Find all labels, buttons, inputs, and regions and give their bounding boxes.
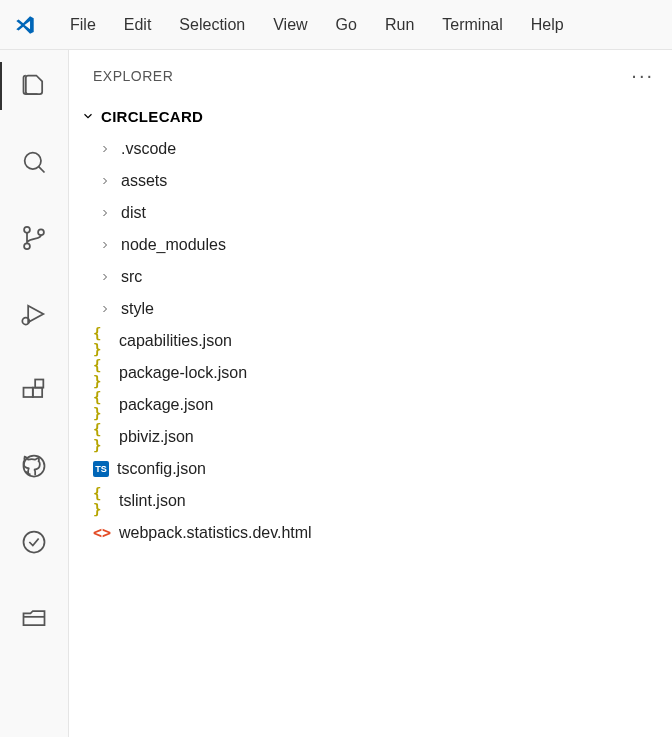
file-tree: .vscode assets dist node_modules src sty… [69,133,672,549]
svg-point-9 [24,532,45,553]
svg-rect-6 [33,388,42,397]
folder-icon [20,604,48,632]
chevron-right-icon [99,239,113,251]
folder-label: .vscode [121,140,176,158]
file-item[interactable]: { } package-lock.json [89,357,672,389]
folder-item[interactable]: node_modules [89,229,672,261]
file-item[interactable]: { } pbiviz.json [89,421,672,453]
menu-file[interactable]: File [56,10,110,40]
activity-folder[interactable] [0,594,68,642]
git-branch-icon [20,224,48,252]
file-item[interactable]: <> webpack.statistics.dev.html [89,517,672,549]
titlebar: File Edit Selection View Go Run Terminal… [0,0,672,50]
folder-item[interactable]: assets [89,165,672,197]
more-actions-icon[interactable]: ··· [631,64,654,87]
file-item[interactable]: { } package.json [89,389,672,421]
file-label: webpack.statistics.dev.html [119,524,312,542]
chevron-right-icon [99,271,113,283]
activity-extensions[interactable] [0,366,68,414]
file-label: tsconfig.json [117,460,206,478]
activity-explorer[interactable] [0,62,68,110]
task-icon [20,528,48,556]
vscode-logo-icon [14,14,36,36]
workspace-name: CIRCLECARD [101,108,203,125]
json-file-icon: { } [93,332,111,350]
file-label: package-lock.json [119,364,247,382]
folder-item[interactable]: .vscode [89,133,672,165]
chevron-right-icon [99,207,113,219]
menu-help[interactable]: Help [517,10,578,40]
file-item[interactable]: TS tsconfig.json [89,453,672,485]
folder-label: style [121,300,154,318]
file-label: capabilities.json [119,332,232,350]
search-icon [20,148,48,176]
file-item[interactable]: { } capabilities.json [89,325,672,357]
menu-bar: File Edit Selection View Go Run Terminal… [56,10,578,40]
activity-search[interactable] [0,138,68,186]
menu-go[interactable]: Go [322,10,371,40]
svg-point-0 [25,153,41,169]
folder-item[interactable]: dist [89,197,672,229]
activity-source-control[interactable] [0,214,68,262]
json-file-icon: { } [93,428,111,446]
html-file-icon: <> [93,524,111,542]
json-file-icon: { } [93,396,111,414]
svg-rect-7 [35,380,43,388]
activity-github[interactable] [0,442,68,490]
svg-point-2 [24,243,30,249]
sidebar-header: EXPLORER ··· [69,50,672,101]
chevron-right-icon [99,303,113,315]
menu-run[interactable]: Run [371,10,428,40]
svg-point-3 [38,229,44,235]
main-area: EXPLORER ··· CIRCLECARD .vscode assets d… [0,50,672,737]
svg-rect-5 [24,388,33,397]
activity-task[interactable] [0,518,68,566]
workspace-header[interactable]: CIRCLECARD [69,101,672,133]
file-item[interactable]: { } tslint.json [89,485,672,517]
sidebar-title: EXPLORER [93,68,173,84]
activity-run-debug[interactable] [0,290,68,338]
folder-label: dist [121,204,146,222]
menu-terminal[interactable]: Terminal [428,10,516,40]
ts-file-icon: TS [93,461,109,477]
svg-point-1 [24,227,30,233]
menu-edit[interactable]: Edit [110,10,166,40]
folder-item[interactable]: src [89,261,672,293]
folder-item[interactable]: style [89,293,672,325]
json-file-icon: { } [93,492,111,510]
chevron-right-icon [99,175,113,187]
folder-label: node_modules [121,236,226,254]
github-icon [20,452,48,480]
menu-selection[interactable]: Selection [165,10,259,40]
activity-bar [0,50,68,737]
files-icon [20,72,48,100]
menu-view[interactable]: View [259,10,321,40]
folder-label: assets [121,172,167,190]
folder-label: src [121,268,142,286]
file-label: package.json [119,396,213,414]
chevron-right-icon [99,143,113,155]
debug-icon [20,300,48,328]
extensions-icon [20,376,48,404]
json-file-icon: { } [93,364,111,382]
chevron-down-icon [79,107,97,125]
file-label: tslint.json [119,492,186,510]
file-label: pbiviz.json [119,428,194,446]
sidebar: EXPLORER ··· CIRCLECARD .vscode assets d… [68,50,672,737]
